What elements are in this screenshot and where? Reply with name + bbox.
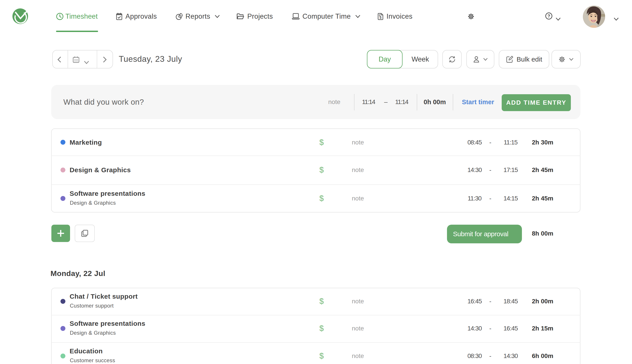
svg-text:?: ?: [547, 14, 550, 18]
svg-text:$: $: [379, 16, 381, 19]
